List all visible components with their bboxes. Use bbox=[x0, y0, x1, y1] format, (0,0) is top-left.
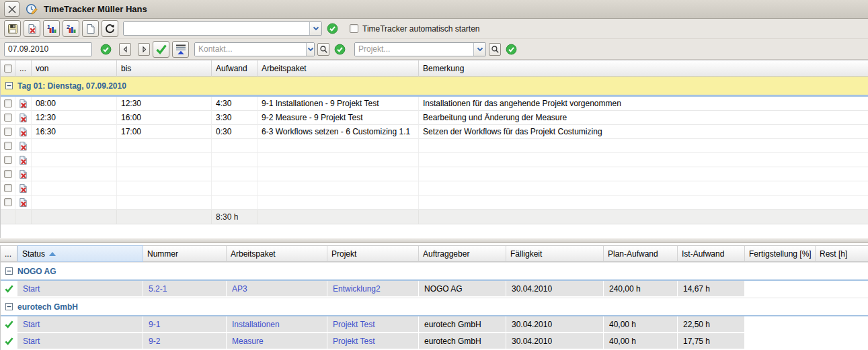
client-group-label: NOGO AG bbox=[17, 267, 56, 276]
delete-row-icon[interactable] bbox=[15, 153, 32, 167]
panel-divider[interactable] bbox=[0, 238, 868, 243]
column-header-bis[interactable]: bis bbox=[117, 60, 212, 77]
task-row[interactable]: Start 9-1 Installationen Projekt Test eu… bbox=[1, 316, 868, 332]
day-summary-button[interactable] bbox=[172, 41, 189, 58]
status-ok-icon bbox=[1, 316, 17, 332]
column-header-aufwand[interactable]: Aufwand bbox=[212, 60, 258, 77]
column-header-faelligkeit[interactable]: Fälligkeit bbox=[506, 245, 604, 262]
close-button[interactable] bbox=[4, 1, 19, 17]
projekt-link[interactable]: Entwicklung2 bbox=[333, 284, 381, 294]
column-header-nummer[interactable]: Nummer bbox=[143, 245, 227, 262]
confirm-projekt-ok-icon[interactable] bbox=[506, 44, 517, 55]
delete-row-icon[interactable] bbox=[15, 139, 32, 153]
column-header-fertigstellung[interactable]: Fertigstellung [%] bbox=[745, 245, 816, 262]
row-checkbox[interactable] bbox=[4, 170, 12, 178]
kontakt-search-button[interactable] bbox=[317, 43, 329, 56]
task-row[interactable]: Start 9-2 Measure Projekt Test eurotech … bbox=[1, 333, 868, 349]
delete-row-icon[interactable] bbox=[15, 125, 32, 139]
task-row[interactable]: Start 5.2-1 AP3 Entwicklung2 NOGO AG 30.… bbox=[1, 281, 868, 296]
column-header-arbeitspaket[interactable]: Arbeitspaket bbox=[258, 60, 419, 77]
confirm-day-button[interactable] bbox=[153, 41, 169, 58]
column-header-actions[interactable]: ... bbox=[15, 60, 32, 77]
date-input[interactable] bbox=[5, 43, 92, 56]
timesheet-row-empty[interactable] bbox=[1, 167, 868, 181]
new-entry-button[interactable] bbox=[82, 20, 99, 37]
column-header-arbeitspaket[interactable]: Arbeitspaket bbox=[227, 245, 327, 262]
delete-row-icon[interactable] bbox=[15, 97, 32, 111]
refresh-button[interactable] bbox=[102, 20, 118, 37]
next-day-button[interactable] bbox=[138, 43, 150, 56]
delete-row-icon[interactable] bbox=[15, 195, 32, 210]
timesheet-row[interactable]: 08:00 12:30 4:30 9-1 Installationen - 9 … bbox=[1, 97, 868, 111]
quick-select-dropdown-button[interactable] bbox=[309, 22, 321, 35]
timesheet-row-empty[interactable] bbox=[1, 181, 868, 195]
save-button[interactable] bbox=[4, 20, 21, 37]
nummer-link[interactable]: 9-1 bbox=[149, 320, 160, 329]
timesheet-row[interactable]: 16:30 17:00 0:30 6-3 Workflows setzen - … bbox=[1, 125, 868, 139]
row-checkbox[interactable] bbox=[4, 184, 12, 192]
projekt-link[interactable]: Projekt Test bbox=[333, 337, 374, 346]
status-link[interactable]: Start bbox=[23, 337, 40, 346]
client-group-header[interactable]: eurotech GmbH bbox=[1, 298, 868, 315]
column-header-rest[interactable]: Rest [h] bbox=[816, 245, 868, 262]
cell-arbeitspaket: 9-2 Measure - 9 Projekt Test bbox=[258, 111, 419, 125]
arbeitspaket-link[interactable]: Installationen bbox=[232, 320, 280, 329]
row-checkbox[interactable] bbox=[4, 128, 12, 136]
timesheet-row-empty[interactable] bbox=[1, 139, 868, 153]
column-header-status[interactable]: Status bbox=[17, 245, 143, 262]
projekt-link[interactable]: Projekt Test bbox=[333, 320, 374, 329]
timesheet-row-empty[interactable] bbox=[1, 195, 868, 210]
delete-row-icon[interactable] bbox=[15, 111, 32, 125]
timetracker-window: TimeTracker Müller Hans bbox=[0, 0, 868, 350]
column-header-von[interactable]: von bbox=[32, 60, 117, 77]
row-checkbox[interactable] bbox=[4, 142, 12, 150]
column-header-ist-aufwand[interactable]: Ist-Aufwand bbox=[678, 245, 745, 262]
report-2-button[interactable]: 2 bbox=[63, 20, 79, 37]
client-group-header[interactable]: NOGO AG bbox=[1, 262, 868, 279]
row-checkbox[interactable] bbox=[4, 156, 12, 164]
column-header-projekt[interactable]: Projekt bbox=[327, 245, 419, 262]
collapse-icon[interactable] bbox=[5, 303, 13, 310]
status-link[interactable]: Start bbox=[23, 320, 40, 329]
nummer-link[interactable]: 5.2-1 bbox=[149, 284, 167, 294]
timesheet-row[interactable]: 12:30 16:00 3:30 9-2 Measure - 9 Projekt… bbox=[1, 111, 868, 125]
confirm-date-ok-icon[interactable] bbox=[100, 44, 112, 55]
column-header-actions[interactable]: ... bbox=[1, 245, 17, 262]
collapse-icon[interactable] bbox=[5, 82, 13, 89]
column-header-bemerkung[interactable]: Bemerkung bbox=[419, 60, 868, 77]
timesheet-table: ... von bis Aufwand Arbeitspaket Bemerku… bbox=[0, 60, 868, 238]
cell-bis bbox=[117, 153, 212, 167]
previous-day-button[interactable] bbox=[119, 43, 131, 56]
status-link[interactable]: Start bbox=[23, 284, 40, 294]
sum-aufwand: 8:30 h bbox=[212, 210, 258, 224]
arbeitspaket-link[interactable]: Measure bbox=[232, 337, 264, 346]
delete-row-icon[interactable] bbox=[15, 181, 32, 195]
arbeitspaket-link[interactable]: AP3 bbox=[232, 284, 247, 294]
apply-quick-select-ok-icon[interactable] bbox=[327, 23, 338, 34]
delete-entry-button[interactable] bbox=[24, 20, 40, 37]
quick-select-input[interactable] bbox=[124, 22, 309, 35]
collapse-icon[interactable] bbox=[5, 267, 13, 275]
nummer-link[interactable]: 9-2 bbox=[149, 337, 160, 346]
confirm-kontakt-ok-icon[interactable] bbox=[334, 44, 346, 55]
timesheet-row-empty[interactable] bbox=[1, 153, 868, 167]
row-checkbox[interactable] bbox=[4, 99, 12, 107]
column-header-plan-aufwand[interactable]: Plan-Aufwand bbox=[604, 245, 678, 262]
day-group-header[interactable]: Tag 01: Dienstag, 07.09.2010 bbox=[1, 77, 868, 95]
autostart-checkbox[interactable] bbox=[350, 24, 358, 33]
row-checkbox[interactable] bbox=[4, 198, 12, 206]
projekt-dropdown-button[interactable] bbox=[473, 43, 485, 56]
projekt-input[interactable] bbox=[355, 43, 473, 56]
select-all-checkbox[interactable] bbox=[4, 64, 12, 73]
search-icon bbox=[319, 45, 328, 54]
projekt-search-button[interactable] bbox=[489, 43, 501, 56]
kontakt-dropdown-button[interactable] bbox=[306, 43, 314, 56]
window-title: TimeTracker Müller Hans bbox=[44, 4, 147, 14]
select-all-header[interactable] bbox=[1, 60, 15, 77]
kontakt-input[interactable] bbox=[195, 43, 306, 56]
delete-row-icon[interactable] bbox=[15, 167, 32, 181]
column-header-auftraggeber[interactable]: Auftraggeber bbox=[419, 245, 506, 262]
cell-ist-aufwand: 14,67 h bbox=[678, 281, 745, 296]
report-1-button[interactable]: 1 bbox=[43, 20, 60, 37]
row-checkbox[interactable] bbox=[4, 114, 12, 122]
